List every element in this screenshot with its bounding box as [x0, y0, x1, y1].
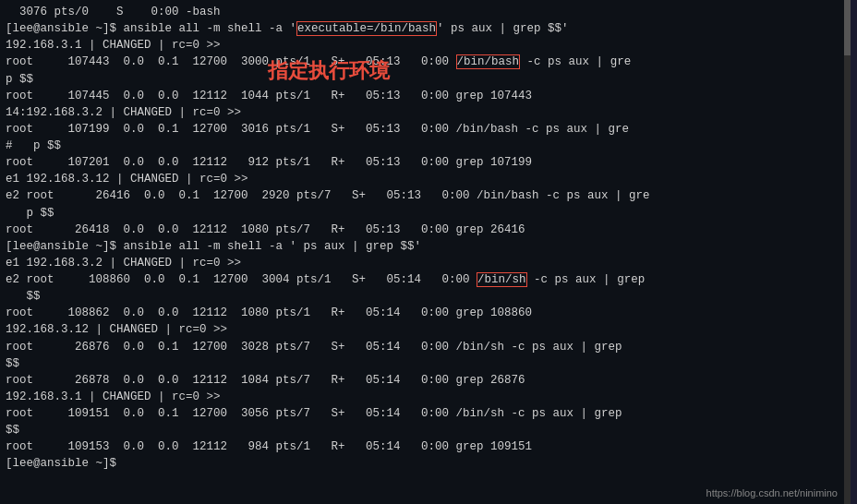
line-text: $$ [6, 357, 19, 370]
terminal-line: $$ [6, 288, 845, 305]
terminal-line: root 107445 0.0 0.0 12112 1044 pts/1 R+ … [6, 88, 845, 104]
terminal-line: e1 192.168.3.2 | CHANGED | rc=0 >> [6, 255, 845, 271]
line-text: 3076 pts/0 S 0:00 -bash [6, 6, 221, 18]
terminal-line: e2 root 108860 0.0 0.1 12700 3004 pts/1 … [6, 271, 845, 288]
terminal-line: [lee@ansible ~]$ ansible all -m shell -a… [6, 238, 845, 255]
line-text: $$ [6, 290, 41, 303]
line-text: e2 root 108860 0.0 0.1 12700 3004 pts/1 … [6, 273, 477, 286]
prompt: [lee@ansible ~]$ ansible all -m shell -a… [6, 22, 296, 35]
annotation-text: 指定执行环境 [268, 57, 390, 85]
line-text: root 109153 0.0 0.0 12112 984 pts/1 R+ 0… [6, 440, 532, 453]
terminal-line: 192.168.3.1 | CHANGED | rc=0 >> [6, 37, 845, 54]
line-text: -c ps aux | grep [527, 273, 646, 286]
terminal-line: 14:192.168.3.2 | CHANGED | rc=0 >> [6, 104, 845, 121]
line-text: root 26878 0.0 0.0 12112 1084 pts/7 R+ 0… [6, 374, 525, 387]
terminal-line: root 26418 0.0 0.0 12112 1080 pts/7 R+ 0… [6, 222, 845, 238]
terminal-line: e2 root 26416 0.0 0.1 12700 2920 pts/7 S… [6, 187, 845, 204]
terminal-line: root 107199 0.0 0.1 12700 3016 pts/1 S+ … [6, 121, 845, 138]
line-text: p $$ [6, 73, 33, 86]
terminal-line: root 107443 0.0 0.1 12700 3000 pts/1 S+ … [6, 54, 845, 70]
terminal-line: root 109153 0.0 0.0 12112 984 pts/1 R+ 0… [6, 438, 845, 455]
terminal-line: [lee@ansible ~]$ [6, 455, 845, 472]
terminal-line: # p $$ [6, 138, 845, 154]
line-text: root 107199 0.0 0.1 12700 3016 pts/1 S+ … [6, 123, 629, 136]
terminal-line: 3076 pts/0 S 0:00 -bash [6, 4, 845, 20]
terminal-window: 3076 pts/0 S 0:00 -bash [lee@ansible ~]$… [0, 0, 851, 504]
terminal-line: root 109151 0.0 0.1 12700 3056 pts/7 S+ … [6, 405, 845, 422]
terminal-line: e1 192.168.3.12 | CHANGED | rc=0 >> [6, 171, 845, 187]
line-text: e1 192.168.3.2 | CHANGED | rc=0 >> [6, 257, 241, 270]
terminal-line: p $$ [6, 71, 845, 88]
line-text: 192.168.3.12 | CHANGED | rc=0 >> [6, 323, 227, 336]
terminal-line: p $$ [6, 205, 845, 222]
line-text: p $$ [6, 207, 54, 220]
line-text: root 107201 0.0 0.0 12112 912 pts/1 R+ 0… [6, 156, 532, 169]
line-text: -c ps aux | gre [520, 55, 631, 68]
watermark: https://blog.csdn.net/ninimino [706, 487, 838, 498]
terminal-line: root 108862 0.0 0.0 12112 1080 pts/1 R+ … [6, 305, 845, 321]
terminal-line: 192.168.3.12 | CHANGED | rc=0 >> [6, 321, 845, 338]
bin-bash-highlight: /bin/bash [456, 54, 521, 69]
prompt: [lee@ansible ~]$ [6, 457, 124, 470]
line-text: 192.168.3.1 | CHANGED | rc=0 >> [6, 390, 221, 403]
terminal-line: $$ [6, 355, 845, 372]
terminal-line: $$ [6, 422, 845, 438]
line-text: root 26876 0.0 0.1 12700 3028 pts/7 S+ 0… [6, 341, 622, 354]
highlighted-param: executable=/bin/bash [296, 21, 437, 36]
line-text: $$ [6, 424, 19, 437]
terminal-line: root 26878 0.0 0.0 12112 1084 pts/7 R+ 0… [6, 372, 845, 389]
terminal-line: 192.168.3.1 | CHANGED | rc=0 >> [6, 389, 845, 405]
line-text: 14:192.168.3.2 | CHANGED | rc=0 >> [6, 106, 241, 119]
line-text: # p $$ [6, 139, 61, 152]
line-text: e2 root 26416 0.0 0.1 12700 2920 pts/7 S… [6, 189, 650, 202]
line-text: e1 192.168.3.12 | CHANGED | rc=0 >> [6, 173, 248, 186]
prompt: [lee@ansible ~]$ ansible all -m shell -a… [6, 240, 421, 253]
terminal-line: root 107201 0.0 0.0 12112 912 pts/1 R+ 0… [6, 154, 845, 171]
line-text: ' ps aux | grep $$' [437, 22, 569, 35]
line-text: root 109151 0.0 0.1 12700 3056 pts/7 S+ … [6, 407, 622, 420]
terminal-line: [lee@ansible ~]$ ansible all -m shell -a… [6, 20, 845, 37]
line-text: 192.168.3.1 | CHANGED | rc=0 >> [6, 39, 221, 52]
line-text: root 108862 0.0 0.0 12112 1080 pts/1 R+ … [6, 306, 532, 319]
terminal-line: root 26876 0.0 0.1 12700 3028 pts/7 S+ 0… [6, 339, 845, 355]
scrollbar-thumb[interactable] [844, 0, 851, 55]
line-text: root 26418 0.0 0.0 12112 1080 pts/7 R+ 0… [6, 223, 525, 236]
bin-sh-highlight: /bin/sh [477, 272, 527, 287]
line-text: root 107445 0.0 0.0 12112 1044 pts/1 R+ … [6, 90, 532, 102]
scrollbar[interactable] [844, 0, 851, 504]
